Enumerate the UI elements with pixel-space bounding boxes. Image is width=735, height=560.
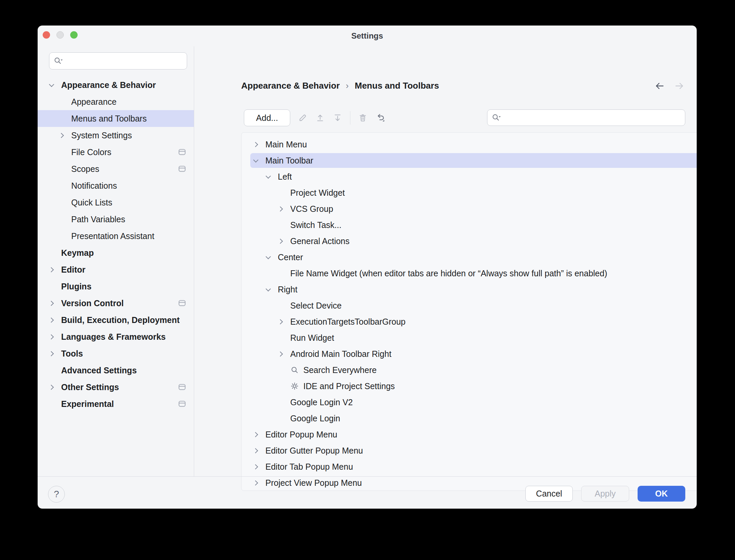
sidebar-search-field[interactable] [49,52,187,69]
tree-row-google-login[interactable]: Google Login [250,411,697,426]
breadcrumb-appearance-behavior[interactable]: Appearance & Behavior [241,81,340,91]
help-button[interactable]: ? [48,486,65,503]
move-down-icon [333,113,342,123]
zoom-window-button[interactable] [70,31,78,39]
chevron-right-icon[interactable] [251,446,260,455]
tree-row-editor-popup-menu[interactable]: Editor Popup Menu [250,427,697,442]
chevron-right-icon[interactable] [276,237,285,245]
sidebar-item-advanced-settings[interactable]: Advanced Settings [38,362,194,379]
chevron-down-icon[interactable] [264,253,272,262]
chevron-down-icon[interactable] [251,156,260,165]
tree-row-general-actions[interactable]: General Actions [250,234,697,248]
sidebar-item-path-variables[interactable]: Path Variables [38,211,194,228]
arrow-right-icon [674,80,685,92]
chevron-right-icon[interactable] [251,462,260,471]
sidebar-item-plugins[interactable]: Plugins [38,278,194,295]
tree-row-file-name-widget[interactable]: File Name Widget (when editor tabs are h… [250,266,697,281]
sidebar-item-menus-and-toolbars[interactable]: Menus and Toolbars [38,110,194,127]
question-mark-icon: ? [54,489,59,500]
gear-icon [290,382,299,390]
tree-search-input[interactable] [504,113,681,123]
chevron-down-icon[interactable] [47,81,56,89]
search-icon [53,56,63,66]
sidebar-item-build-execution-deployment[interactable]: Build, Execution, Deployment [38,312,194,328]
sidebar-item-scopes[interactable]: Scopes [38,160,194,177]
chevron-right-icon[interactable] [47,383,56,391]
chevron-right-icon[interactable] [47,349,56,358]
footer-bar: ? Cancel Apply OK [38,477,697,509]
restore-defaults-button[interactable] [375,113,385,123]
tree-row-run-widget[interactable]: Run Widget [250,330,697,345]
tree-row-editor-tab-popup-menu[interactable]: Editor Tab Popup Menu [250,459,697,474]
chevron-right-icon[interactable] [251,140,260,149]
sidebar-item-appearance[interactable]: Appearance [38,93,194,110]
tree-search-field[interactable] [487,109,685,126]
sidebar-tree: Appearance & Behavior Appearance Menus a… [38,77,194,412]
move-down-button[interactable] [333,113,343,123]
breadcrumb-menus-and-toolbars: Menus and Toolbars [355,81,439,91]
tree-row-project-widget[interactable]: Project Widget [250,185,697,200]
chevron-right-icon[interactable] [251,430,260,439]
tree-row-select-device[interactable]: Select Device [250,298,697,313]
add-button[interactable]: Add... [244,109,290,126]
move-up-button[interactable] [315,113,325,123]
minimize-window-button[interactable] [56,31,64,39]
tree-row-center[interactable]: Center [250,250,697,265]
close-window-button[interactable] [43,31,50,39]
settings-sidebar: Appearance & Behavior Appearance Menus a… [38,46,194,476]
tree-row-left[interactable]: Left [250,169,697,184]
sidebar-item-presentation-assistant[interactable]: Presentation Assistant [38,228,194,244]
revert-icon [375,113,385,123]
sidebar-search-input[interactable] [66,56,183,66]
chevron-right-icon[interactable] [276,204,285,213]
tree-row-main-menu[interactable]: Main Menu [250,137,697,152]
tree-row-right[interactable]: Right [250,282,697,297]
sidebar-item-other-settings[interactable]: Other Settings [38,379,194,395]
sidebar-item-tools[interactable]: Tools [38,345,194,362]
apply-button[interactable]: Apply [581,486,629,502]
tree-row-switch-task[interactable]: Switch Task... [250,218,697,232]
edit-button[interactable] [298,113,308,123]
settings-dialog: Settings Appearance & Behavior Appearanc… [38,26,697,509]
tree-row-vcs-group[interactable]: VCS Group [250,201,697,216]
tree-row-main-toolbar[interactable]: Main Toolbar [250,153,697,168]
sidebar-item-file-colors[interactable]: File Colors [38,144,194,160]
tree-row-android-main-toolbar-right[interactable]: Android Main Toolbar Right [250,346,697,361]
menus-toolbars-tree: Main Menu Main Toolbar Left Project Widg… [241,132,697,491]
project-settings-icon [178,148,186,156]
cancel-button[interactable]: Cancel [525,486,573,502]
tree-row-ide-and-project-settings[interactable]: IDE and Project Settings [250,379,697,393]
sidebar-item-languages-frameworks[interactable]: Languages & Frameworks [38,328,194,345]
chevron-right-icon[interactable] [47,265,56,274]
tree-row-execution-targets-toolbar-group[interactable]: ExecutionTargetsToolbarGroup [250,314,697,329]
tree-toolbar: Add... [244,109,685,126]
sidebar-item-notifications[interactable]: Notifications [38,177,194,194]
chevron-down-icon[interactable] [264,285,272,294]
chevron-down-icon[interactable] [264,172,272,181]
chevron-right-icon[interactable] [47,299,56,308]
ok-button[interactable]: OK [638,486,685,502]
tree-row-editor-gutter-popup-menu[interactable]: Editor Gutter Popup Menu [250,443,697,458]
chevron-right-icon[interactable] [276,317,285,326]
forward-button[interactable] [673,80,685,92]
chevron-right-icon[interactable] [47,332,56,341]
sidebar-item-keymap[interactable]: Keymap [38,244,194,261]
sidebar-item-experimental[interactable]: Experimental [38,395,194,412]
sidebar-item-editor[interactable]: Editor [38,261,194,278]
sidebar-item-quick-lists[interactable]: Quick Lists [38,194,194,211]
tree-row-google-login-v2[interactable]: Google Login V2 [250,395,697,410]
remove-button[interactable] [358,113,368,123]
back-button[interactable] [654,80,666,92]
project-settings-icon [178,165,186,173]
chevron-right-icon[interactable] [276,349,285,358]
title-bar: Settings [38,26,697,46]
sidebar-item-version-control[interactable]: Version Control [38,295,194,312]
breadcrumb: Appearance & Behavior › Menus and Toolba… [241,81,439,91]
sidebar-item-appearance-behavior[interactable]: Appearance & Behavior [38,77,194,93]
main-panel: Appearance & Behavior › Menus and Toolba… [194,46,697,476]
chevron-right-icon[interactable] [47,316,56,324]
search-icon [290,366,299,374]
sidebar-item-system-settings[interactable]: System Settings [38,127,194,144]
tree-row-search-everywhere[interactable]: Search Everywhere [250,363,697,377]
chevron-right-icon[interactable] [57,131,66,140]
